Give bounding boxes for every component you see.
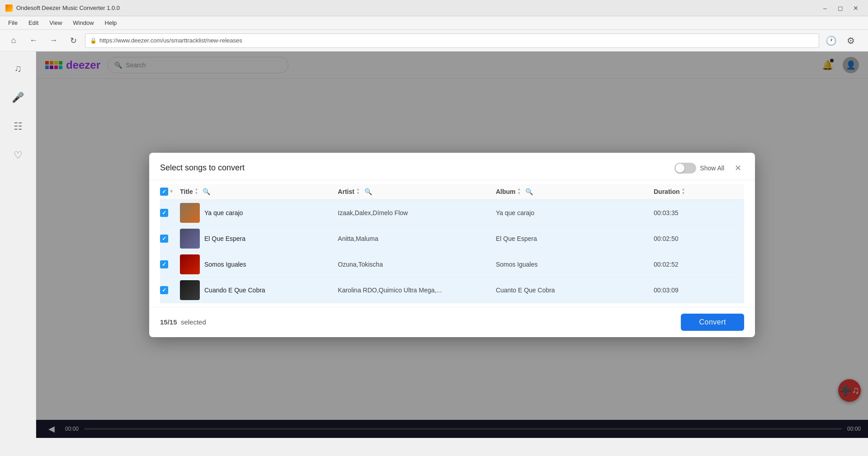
sidebar-item-grid[interactable]: ☷ bbox=[8, 117, 28, 136]
row-1-duration: 00:03:35 bbox=[654, 209, 735, 216]
title-sort-icon: ▲▼ bbox=[195, 188, 198, 195]
home-button[interactable]: ⌂ bbox=[5, 33, 22, 49]
address-bar[interactable]: 🔒 https://www.deezer.com/us/smarttrackli… bbox=[85, 33, 819, 48]
row-2-title: El Que Espera bbox=[180, 229, 338, 249]
column-header-duration[interactable]: Duration ▲▼ bbox=[654, 188, 735, 195]
close-button[interactable]: ✕ bbox=[849, 2, 863, 14]
app-window: Ondesoft Deezer Music Converter 1.0.0 – … bbox=[0, 0, 868, 456]
row-3-checkbox[interactable]: ✓ bbox=[160, 260, 168, 268]
back-button[interactable]: ← bbox=[25, 33, 42, 49]
header-sort-arrow: ▼ bbox=[169, 189, 174, 194]
show-all-toggle[interactable] bbox=[675, 163, 696, 174]
row-3-artist: Ozuna,Tokischa bbox=[338, 261, 495, 268]
row-3-checkbox-cell: ✓ bbox=[160, 260, 180, 268]
sidebar: ♫ 🎤 ☷ ♡ bbox=[0, 52, 36, 438]
convert-button[interactable]: Convert bbox=[681, 314, 744, 331]
row-4-album: Cuanto E Que Cobra bbox=[496, 287, 654, 294]
row-4-checkbox-cell: ✓ bbox=[160, 286, 180, 294]
settings-button[interactable]: ⚙ bbox=[843, 33, 859, 49]
title-bar: Ondesoft Deezer Music Converter 1.0.0 – … bbox=[0, 0, 868, 16]
table-row: ✓ Cuando E Que Cobra Karolina RDO,Quimic… bbox=[160, 277, 744, 303]
table-row: ✓ El Que Espera Anitta,Maluma El Que Esp… bbox=[160, 226, 744, 252]
modal-overlay: Select songs to convert Show All ✕ bbox=[36, 52, 868, 438]
table-header: ✓ ▼ Title ▲▼ 🔍 bbox=[160, 184, 744, 200]
selected-count-value: 15/15 bbox=[160, 318, 177, 326]
top-right-icons: 🕐 ⚙ bbox=[823, 33, 863, 49]
row-3-title: Somos Iguales bbox=[180, 254, 338, 274]
row-1-album: Ya que carajo bbox=[496, 209, 654, 216]
app-icon bbox=[5, 5, 13, 12]
menu-file[interactable]: File bbox=[4, 18, 22, 28]
minimize-button[interactable]: – bbox=[818, 2, 832, 14]
row-2-thumbnail bbox=[180, 229, 200, 249]
row-3-thumbnail bbox=[180, 254, 200, 274]
show-all-toggle-container: Show All bbox=[675, 163, 724, 174]
app-title: Ondesoft Deezer Music Converter 1.0.0 bbox=[16, 5, 120, 11]
column-header-album[interactable]: Album ▲▼ 🔍 bbox=[496, 188, 654, 195]
show-all-label: Show All bbox=[700, 165, 724, 172]
table-row: ✓ Somos Iguales Ozuna,Tokischa Somos Igu… bbox=[160, 252, 744, 277]
history-button[interactable]: 🕐 bbox=[823, 33, 839, 49]
album-search-icon[interactable]: 🔍 bbox=[525, 188, 533, 195]
toggle-knob bbox=[675, 164, 684, 173]
row-1-title: Ya que carajo bbox=[180, 203, 338, 223]
artist-search-icon[interactable]: 🔍 bbox=[364, 188, 372, 195]
row-4-artist: Karolina RDO,Quimico Ultra Mega,... bbox=[338, 287, 495, 294]
duration-sort-icon: ▲▼ bbox=[682, 188, 685, 195]
header-checkbox-cell: ✓ ▼ bbox=[160, 188, 180, 196]
sidebar-item-favorites[interactable]: ♡ bbox=[8, 146, 28, 165]
row-3-album: Somos Iguales bbox=[496, 261, 654, 268]
modal-header: Select songs to convert Show All ✕ bbox=[149, 153, 755, 180]
modal-header-right: Show All ✕ bbox=[675, 162, 744, 174]
toolbar: ⌂ ← → ↻ 🔒 https://www.deezer.com/us/smar… bbox=[0, 30, 868, 52]
select-all-checkbox[interactable]: ✓ bbox=[160, 188, 168, 196]
lock-icon: 🔒 bbox=[90, 38, 97, 44]
menu-view[interactable]: View bbox=[45, 18, 66, 28]
row-2-album: El Que Espera bbox=[496, 235, 654, 242]
modal-dialog: Select songs to convert Show All ✕ bbox=[149, 153, 755, 337]
artist-sort-icon: ▲▼ bbox=[356, 188, 360, 195]
table-row: ✓ Ya que carajo Izaak,Dalex,Dímelo Flow … bbox=[160, 200, 744, 226]
row-1-checkbox-cell: ✓ bbox=[160, 209, 180, 217]
row-2-artist: Anitta,Maluma bbox=[338, 235, 495, 242]
row-1-thumbnail bbox=[180, 203, 200, 223]
menu-edit[interactable]: Edit bbox=[24, 18, 43, 28]
row-1-artist: Izaak,Dalex,Dímelo Flow bbox=[338, 209, 495, 216]
selected-count: 15/15 selected bbox=[160, 318, 206, 326]
modal-title: Select songs to convert bbox=[160, 163, 245, 173]
sidebar-item-mic[interactable]: 🎤 bbox=[8, 88, 28, 108]
maximize-button[interactable]: ◻ bbox=[834, 2, 847, 14]
album-sort-icon: ▲▼ bbox=[517, 188, 521, 195]
row-4-duration: 00:03:09 bbox=[654, 287, 735, 294]
menu-bar: File Edit View Window Help bbox=[0, 16, 868, 30]
column-header-title[interactable]: Title ▲▼ 🔍 bbox=[180, 188, 338, 195]
row-3-duration: 00:02:52 bbox=[654, 261, 735, 268]
column-header-artist[interactable]: Artist ▲▼ 🔍 bbox=[338, 188, 495, 195]
selected-label: selected bbox=[181, 318, 206, 326]
row-1-checkbox[interactable]: ✓ bbox=[160, 209, 168, 217]
main-content: ♫ 🎤 ☷ ♡ bbox=[0, 52, 868, 438]
forward-button[interactable]: → bbox=[45, 33, 61, 49]
row-2-checkbox[interactable]: ✓ bbox=[160, 235, 168, 243]
menu-window[interactable]: Window bbox=[68, 18, 98, 28]
title-bar-controls: – ◻ ✕ bbox=[818, 2, 863, 14]
modal-footer: 15/15 selected Convert bbox=[149, 307, 755, 337]
row-4-checkbox[interactable]: ✓ bbox=[160, 286, 168, 294]
address-url: https://www.deezer.com/us/smarttracklist… bbox=[99, 37, 242, 44]
modal-close-button[interactable]: ✕ bbox=[731, 162, 744, 174]
title-bar-left: Ondesoft Deezer Music Converter 1.0.0 bbox=[5, 5, 120, 12]
refresh-button[interactable]: ↻ bbox=[65, 33, 81, 49]
sidebar-item-music[interactable]: ♫ bbox=[8, 59, 28, 79]
row-2-duration: 00:02:50 bbox=[654, 235, 735, 242]
menu-help[interactable]: Help bbox=[100, 18, 122, 28]
title-search-icon[interactable]: 🔍 bbox=[203, 188, 210, 195]
table-container[interactable]: ✓ ▼ Title ▲▼ 🔍 bbox=[149, 180, 755, 307]
row-4-thumbnail bbox=[180, 280, 200, 300]
row-2-checkbox-cell: ✓ bbox=[160, 235, 180, 243]
content-area: deezer 🔍 Search 🔔 👤 Select s bbox=[36, 52, 868, 438]
row-4-title: Cuando E Que Cobra bbox=[180, 280, 338, 300]
